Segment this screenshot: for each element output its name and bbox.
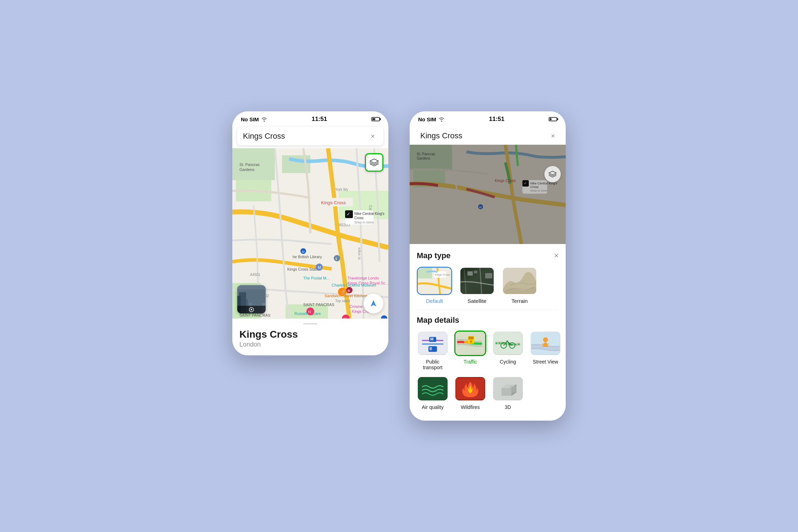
svg-point-99 <box>470 340 472 343</box>
airquality-bg <box>418 377 448 400</box>
layer-button-right[interactable] <box>544 166 561 182</box>
close-search-right[interactable]: × <box>551 132 555 140</box>
svg-text:The Postal M...: The Postal M... <box>303 276 329 280</box>
layers-icon-left <box>369 157 379 167</box>
status-left: No SIM <box>241 116 267 122</box>
svg-text:M: M <box>318 265 321 270</box>
detail-street-view[interactable]: Street View <box>530 331 561 370</box>
layers-icon-right <box>548 170 557 178</box>
left-phone: No SIM 11:51 Kings Cross × <box>232 111 388 355</box>
map-type-label-satellite: Satellite <box>467 298 486 304</box>
transport-bg: M B <box>418 332 448 355</box>
svg-text:M: M <box>430 337 433 341</box>
detail-cycling[interactable]: Cycling <box>492 331 524 370</box>
svg-text:Cross: Cross <box>354 216 364 220</box>
map-type-label-default: Default <box>426 298 443 304</box>
traffic-bg <box>455 332 485 355</box>
status-right-left <box>371 117 380 121</box>
svg-text:Kings Cross: Kings Cross <box>321 200 346 205</box>
svg-point-105 <box>543 337 548 342</box>
map-type-satellite[interactable]: Satellite <box>459 267 495 304</box>
map-type-default[interactable]: Kings Cross Default <box>417 267 452 304</box>
svg-text:York Wy: York Wy <box>335 188 348 192</box>
location-sub-left: London <box>239 341 381 348</box>
detail-thumb-airquality <box>417 376 449 401</box>
svg-rect-87 <box>485 273 492 278</box>
search-text-left: Kings Cross <box>243 132 368 141</box>
svg-text:Kings Cross: Kings Cross <box>435 273 450 276</box>
map-type-grid: Kings Cross Default <box>417 267 559 304</box>
svg-text:B: B <box>430 347 432 351</box>
map-type-panel: Map type × Kings Cross <box>410 244 566 421</box>
map-right[interactable]: St. Pancras Gardens Kings Cross ✓ Nike C… <box>410 145 566 244</box>
map-details-title: Map details <box>417 316 559 325</box>
svg-point-53 <box>334 255 340 261</box>
detail-label-traffic: Traffic <box>464 359 477 365</box>
navigation-icon <box>369 299 378 308</box>
time-left: 11:51 <box>312 116 327 123</box>
svg-text:⊕: ⊕ <box>347 289 350 293</box>
detail-3d[interactable]: 3D <box>492 376 524 410</box>
map-left[interactable]: Kings Cross York Wy A5203 A4200 A4200 A4… <box>232 148 388 318</box>
svg-text:St. Pancras: St. Pancras <box>239 162 260 167</box>
empty-slot <box>530 376 559 410</box>
svg-text:H: H <box>308 310 311 314</box>
time-right: 11:51 <box>489 116 504 123</box>
app-container: No SIM 11:51 Kings Cross × <box>218 97 580 435</box>
battery-icon-right <box>549 117 557 121</box>
search-bar-right[interactable]: Kings Cross × <box>415 127 561 145</box>
detail-thumb-traffic <box>454 331 486 356</box>
navigation-button-left[interactable] <box>364 294 383 314</box>
wildfires-icon-svg <box>456 378 484 399</box>
search-text-right: Kings Cross <box>420 131 551 140</box>
carrier-label: No SIM <box>241 116 259 122</box>
3d-icon-svg <box>494 378 522 399</box>
detail-wildfires[interactable]: Wildfires <box>454 376 486 410</box>
panel-close-button[interactable]: × <box>554 251 559 260</box>
map-type-label-terrain: Terrain <box>511 298 528 304</box>
svg-text:M: M <box>302 250 305 254</box>
detail-air-quality[interactable]: Air quality <box>417 376 449 410</box>
svg-text:H: H <box>344 317 347 318</box>
svg-text:A4501: A4501 <box>250 273 260 277</box>
right-phone: No SIM 11:51 Kings Cross × <box>410 111 566 421</box>
3d-bg <box>493 377 523 400</box>
detail-thumb-transport: M B <box>417 331 449 356</box>
divider <box>417 310 559 310</box>
map-type-terrain[interactable]: Terrain <box>502 267 537 304</box>
detail-public-transport[interactable]: M B Publictransport <box>417 331 449 370</box>
status-left-right: No SIM <box>418 116 445 122</box>
terrain-map-thumb <box>503 268 537 295</box>
detail-label-cycling: Cycling <box>500 359 516 365</box>
svg-text:Travelodge Londo: Travelodge Londo <box>348 276 379 280</box>
close-search-left[interactable]: × <box>368 131 378 141</box>
svg-text:🍴: 🍴 <box>340 289 346 295</box>
search-bar-left[interactable]: Kings Cross × <box>237 127 383 145</box>
svg-rect-107 <box>419 378 447 399</box>
wildfires-bg <box>455 377 485 400</box>
status-bar-right: No SIM 11:51 <box>410 111 566 125</box>
svg-rect-98 <box>469 337 473 339</box>
bottom-panel-left: Kings Cross London <box>232 318 388 355</box>
detail-thumb-3d <box>492 376 524 401</box>
map-details-row1: M B Publictransport <box>417 331 559 370</box>
default-map-thumb: Kings Cross <box>418 268 452 295</box>
street-view-thumb-left[interactable] <box>237 285 266 314</box>
handle <box>303 323 317 325</box>
svg-rect-86 <box>474 271 477 273</box>
detail-traffic[interactable]: Traffic <box>454 331 486 370</box>
detail-thumb-wildfires <box>454 376 486 401</box>
svg-rect-62 <box>237 285 266 289</box>
layer-button-left[interactable] <box>365 153 383 172</box>
panel-header: Map type × <box>417 251 559 260</box>
satellite-map-thumb <box>460 268 495 295</box>
airquality-icon-svg <box>419 378 447 399</box>
status-right-right <box>549 117 557 121</box>
street-thumb-bar <box>237 306 266 314</box>
svg-text:Shop In Store: Shop In Store <box>354 221 374 224</box>
detail-label-transport: Publictransport <box>423 359 442 370</box>
traffic-icon-svg <box>455 332 484 353</box>
svg-point-64 <box>251 309 252 310</box>
svg-rect-110 <box>501 388 511 396</box>
svg-text:SAINT PANCRAS: SAINT PANCRAS <box>239 313 271 317</box>
